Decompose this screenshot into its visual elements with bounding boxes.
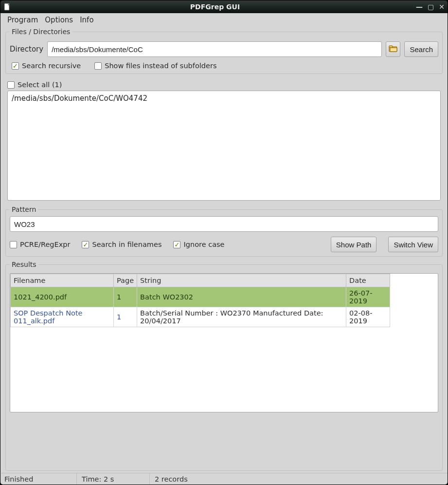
checkbox-icon (10, 241, 17, 248)
cell-string: Batch WO2302 (137, 287, 346, 307)
app-body: Program Options Info Files / Directories… (0, 13, 448, 473)
cell-filename: 1021_4200.pdf (11, 287, 114, 307)
pattern-group: Pattern PCRE/RegExpr Search in filenames… (5, 205, 443, 257)
status-records: 2 records (149, 473, 445, 485)
col-filename[interactable]: Filename (11, 274, 114, 287)
checkbox-icon (12, 62, 19, 70)
results-legend: Results (10, 261, 38, 268)
search-in-filenames-label: Search in filenames (92, 241, 161, 248)
browse-folder-button[interactable] (386, 41, 400, 57)
ignore-case-checkbox[interactable]: Ignore case (173, 241, 224, 248)
list-item[interactable]: /media/sbs/Dokumente/CoC/WO4742 (12, 94, 436, 103)
checkbox-icon (7, 81, 15, 89)
table-row[interactable]: SOP Despatch Note 011_alk.pdf 1 Batch/Se… (11, 307, 390, 327)
col-page[interactable]: Page (114, 274, 137, 287)
folder-listbox[interactable]: /media/sbs/Dokumente/CoC/WO4742 (7, 91, 441, 201)
pattern-input[interactable] (10, 216, 438, 232)
files-directories-legend: Files / Directories (10, 28, 72, 36)
checkbox-icon (173, 241, 180, 248)
folder-icon (389, 45, 397, 54)
directory-label: Directory (10, 45, 43, 54)
select-all-checkbox[interactable]: Select all (1) (7, 81, 62, 89)
titlebar: PDFGrep GUI — ▢ ✕ (0, 0, 448, 13)
ignore-case-label: Ignore case (183, 241, 224, 248)
results-table: Filename Page String Date 1021_4200.pdf … (10, 274, 390, 327)
search-in-filenames-checkbox[interactable]: Search in filenames (82, 241, 161, 248)
checkbox-icon (94, 62, 102, 70)
maximize-button[interactable]: ▢ (428, 3, 434, 10)
menu-options[interactable]: Options (45, 16, 73, 24)
switch-view-button[interactable]: Switch View (388, 237, 438, 252)
minimize-button[interactable]: — (416, 3, 423, 10)
checkbox-icon (82, 241, 89, 248)
results-group: Results Filename Page String Date 1021_4… (5, 261, 443, 471)
select-all-label: Select all (1) (18, 81, 62, 89)
svg-rect-2 (389, 46, 393, 48)
search-recursive-checkbox[interactable]: Search recursive (12, 62, 81, 70)
show-files-checkbox[interactable]: Show files instead of subfolders (94, 62, 216, 70)
svg-rect-3 (390, 48, 397, 52)
pcre-checkbox[interactable]: PCRE/RegExpr (10, 241, 70, 248)
status-time: Time: 2 s (76, 473, 149, 485)
statusbar: Finished Time: 2 s 2 records (0, 473, 448, 485)
cell-page: 1 (114, 287, 137, 307)
search-button[interactable]: Search (404, 41, 438, 57)
cell-string: Batch/Serial Number : WO2370 Manufacture… (137, 307, 346, 327)
files-directories-group: Files / Directories Directory Search (5, 28, 443, 74)
app-icon (3, 3, 11, 11)
menu-program[interactable]: Program (7, 16, 38, 24)
cell-page: 1 (114, 307, 137, 327)
show-files-label: Show files instead of subfolders (105, 62, 216, 70)
col-string[interactable]: String (137, 274, 346, 287)
show-path-button[interactable]: Show Path (331, 237, 377, 252)
cell-date: 02-08-2019 (346, 307, 390, 327)
pcre-label: PCRE/RegExpr (20, 241, 70, 248)
close-button[interactable]: ✕ (439, 3, 445, 10)
table-row[interactable]: 1021_4200.pdf 1 Batch WO2302 26-07-2019 (11, 287, 390, 307)
status-state: Finished (3, 473, 76, 485)
pattern-legend: Pattern (10, 205, 38, 213)
menu-info[interactable]: Info (80, 16, 93, 24)
col-date[interactable]: Date (346, 274, 390, 287)
cell-date: 26-07-2019 (346, 287, 390, 307)
directory-input[interactable] (47, 41, 382, 57)
app-window: PDFGrep GUI — ▢ ✕ Program Options Info F… (0, 0, 448, 485)
search-recursive-label: Search recursive (22, 62, 81, 70)
cell-filename: SOP Despatch Note 011_alk.pdf (11, 307, 114, 327)
window-title: PDFGrep GUI (14, 3, 416, 11)
menubar: Program Options Info (2, 15, 446, 27)
results-table-container[interactable]: Filename Page String Date 1021_4200.pdf … (10, 273, 438, 412)
